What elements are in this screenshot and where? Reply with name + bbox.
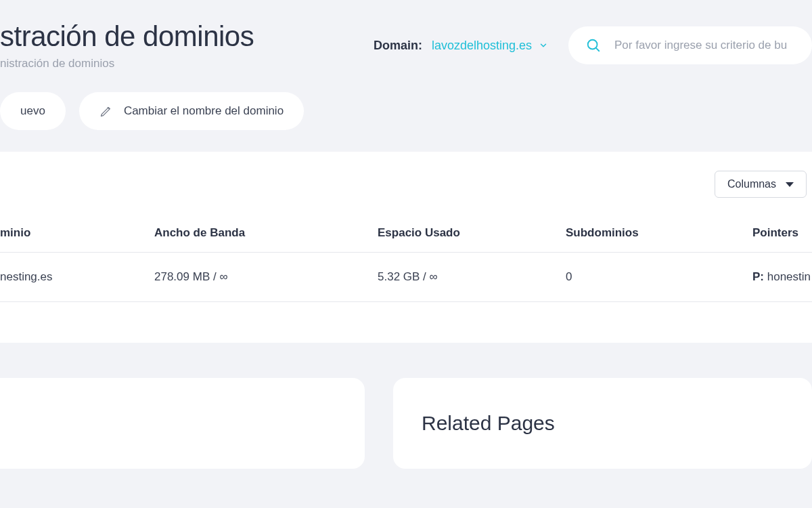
- domain-value[interactable]: lavozdelhosting.es: [432, 39, 548, 53]
- columns-button-label: Columnas: [727, 178, 776, 190]
- domains-table: minio Ancho de Banda Espacio Usado Subdo…: [0, 217, 812, 302]
- left-card: s: [0, 378, 365, 469]
- domain-label: Domain:: [374, 39, 422, 53]
- search-input[interactable]: [614, 39, 794, 52]
- th-subdomains[interactable]: Subdominios: [566, 217, 752, 253]
- page-title: stración de dominios: [0, 20, 254, 53]
- caret-down-icon: [786, 182, 794, 187]
- cell-subdomains: 0: [566, 253, 752, 302]
- pointer-prefix: P:: [752, 270, 764, 283]
- cell-domain: nesting.es: [0, 253, 154, 302]
- related-pages-card: Related Pages: [393, 378, 812, 469]
- columns-button[interactable]: Columnas: [715, 171, 807, 198]
- left-card-title: s: [0, 412, 336, 435]
- new-button[interactable]: uevo: [0, 92, 66, 130]
- domain-value-text: lavozdelhosting.es: [432, 39, 532, 53]
- rename-button-label: Cambiar el nombre del dominio: [124, 104, 284, 118]
- main-panel: Columnas minio Ancho de Banda Espacio Us…: [0, 152, 812, 343]
- search-box[interactable]: [568, 26, 812, 64]
- th-space[interactable]: Espacio Usado: [378, 217, 566, 253]
- th-bandwidth[interactable]: Ancho de Banda: [154, 217, 378, 253]
- cell-bandwidth: 278.09 MB / ∞: [154, 253, 378, 302]
- pointer-value: honestin: [764, 270, 811, 283]
- search-icon: [586, 38, 601, 53]
- cell-space: 5.32 GB / ∞: [378, 253, 566, 302]
- rename-domain-button[interactable]: Cambiar el nombre del dominio: [79, 92, 304, 130]
- breadcrumb: nistración de dominios: [0, 57, 254, 70]
- domain-selector[interactable]: Domain: lavozdelhosting.es: [374, 39, 548, 53]
- table-row[interactable]: nesting.es 278.09 MB / ∞ 5.32 GB / ∞ 0 P…: [0, 253, 812, 302]
- th-pointers[interactable]: Pointers: [752, 217, 812, 253]
- cell-pointers: P: honestin: [752, 253, 812, 302]
- th-domain[interactable]: minio: [0, 217, 154, 253]
- new-button-label: uevo: [20, 104, 45, 118]
- svg-line-1: [596, 48, 599, 51]
- related-pages-title: Related Pages: [422, 412, 784, 435]
- svg-point-0: [588, 40, 597, 49]
- chevron-down-icon: [539, 41, 548, 50]
- pencil-icon: [99, 104, 113, 118]
